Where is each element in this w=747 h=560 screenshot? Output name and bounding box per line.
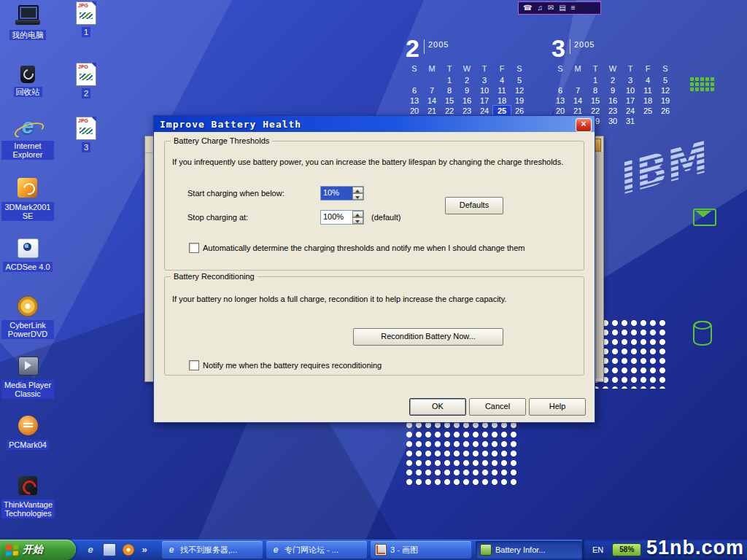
cancel-button[interactable]: Cancel [469,398,526,416]
calendar-day: 5 [657,75,674,85]
calendar-title: 2 2005 [406,36,528,61]
stop-charging-label: Stop charging at: [187,213,248,222]
start-button[interactable]: 开始 [0,540,76,560]
desktop-icon-jpg-3[interactable]: JPG 3 [60,117,112,153]
calendar-day: 8 [441,85,458,96]
powerdvd-icon [15,295,40,318]
calendar-day: 19 [657,96,674,106]
calendar-day: 2 [604,75,622,85]
ie-quicklaunch-icon[interactable]: e [85,544,96,556]
desktop-icon-3dmark2001[interactable]: 3DMark2001 SE [1,176,54,222]
calendar-day: 9 [604,85,622,96]
dot-pattern [406,421,520,487]
desktop-icon-acdsee[interactable]: ACDSee 4.0 [1,236,54,273]
phone-icon[interactable]: ☎ [523,3,532,13]
taskbar-item-forum[interactable]: e 专门网论坛 - ... [266,541,367,559]
thresholds-description: If you infrequently use battery power, y… [172,158,572,166]
icon-label: 2 [82,88,90,98]
calendar-day: 10 [476,85,493,96]
close-button[interactable]: × [576,118,592,132]
spin-up-icon[interactable] [352,211,363,217]
list-icon[interactable]: ≡ [571,3,576,13]
dialog-titlebar[interactable]: Improve Battery Health × [154,116,595,132]
icon-label: CyberLink PowerDVD [1,320,54,339]
calendar-month-number: 2 [406,36,419,60]
calendar-day: 26 [657,106,674,116]
taskbar-item-server-not-found[interactable]: e 找不到服务器,... [162,541,263,559]
calendar-day: 7 [569,85,587,96]
desktop-icon-internet-explorer[interactable]: e Internet Explorer [1,115,54,160]
spin-down-icon[interactable] [352,193,363,200]
calendar-day: 18 [639,96,657,106]
music-icon[interactable]: ♫ [537,3,543,13]
calendar-empty-cell [551,75,569,85]
media-quicklaunch-icon[interactable] [123,544,134,556]
calendar-day-header: S [551,64,569,75]
chevron-icon[interactable]: » [141,544,148,556]
start-threshold-spinner[interactable]: 10% [320,186,364,201]
calendar-day: 30 [604,116,622,126]
calendar-day: 2 [458,75,476,85]
thinkvantage-icon [15,474,40,497]
calendar-year: 2005 [428,40,449,49]
calendar-day-header: F [639,64,657,75]
desktop-icon-jpg-1[interactable]: JPG 1 [60,1,112,38]
jpg-file-icon: JPG [76,117,96,140]
calendar-day-headers: SMTWTFS [551,64,674,75]
3dmark-icon [15,176,40,200]
desktop-icon-pcmark04[interactable]: PCMark04 [1,414,54,451]
desktop-icon-powerdvd[interactable]: CyberLink PowerDVD [1,295,54,340]
spin-down-icon[interactable] [352,217,363,224]
desktop-icon-thinkvantage[interactable]: ThinkVantage Technologies [1,474,54,519]
mail-icon[interactable]: ✉ [548,3,554,13]
calendar-day: 23 [458,106,476,116]
windows-logo-icon [6,544,19,556]
calendar-day-header: M [569,64,587,75]
language-indicator[interactable]: EN [592,545,603,554]
defaults-button[interactable]: Defaults [445,197,503,214]
calendar-day: 10 [622,85,639,96]
taskbar-item-battery-information[interactable]: Battery Infor... [476,541,582,559]
calendar-day: 14 [423,96,441,106]
calendar-day: 12 [511,85,528,96]
auto-determine-checkbox[interactable] [189,243,199,253]
default-suffix-label: (default) [371,213,400,222]
spin-up-icon[interactable] [352,187,363,193]
calendar-day-header: S [657,64,674,75]
calendar-day: 1 [441,75,458,85]
database-cylinder-icon [693,321,712,346]
calendar-day: 6 [406,85,423,96]
help-button[interactable]: Help [529,398,586,416]
notify-reconditioning-checkbox[interactable] [189,360,199,370]
ok-button[interactable]: OK [409,398,466,416]
reconditioning-description: If your battery no longer holds a full c… [172,295,572,303]
notify-reconditioning-checkbox-label: Notify me when the battery requires reco… [203,361,575,370]
desktop-icon-jpg-2[interactable]: JPG 2 [60,63,112,99]
grid-icon[interactable]: ▤ [559,3,565,13]
desktop-icon-recycle-bin[interactable]: 回收站 [1,61,54,98]
envelope-icon [693,209,716,226]
taskbar-item-paint[interactable]: 3 - 画图 [371,541,471,559]
calendar-day: 4 [639,75,657,85]
media-player-classic-icon [15,354,40,378]
icon-label: Internet Explorer [1,141,54,160]
desktop-icon-my-computer[interactable]: 我的电脑 [1,4,54,41]
start-charging-label: Start charging when below: [187,189,285,198]
stop-threshold-value[interactable]: 100% [321,211,352,224]
battery-indicator[interactable]: 58% [612,543,641,556]
desktop-icon-media-player-classic[interactable]: Media Player Classic [1,354,54,400]
stop-threshold-spinner[interactable]: 100% [320,210,364,225]
icon-label: PCMark04 [7,440,49,450]
calendar-day-header: T [476,64,493,75]
calendar-day: 14 [569,96,587,106]
show-desktop-icon[interactable] [103,543,116,556]
calendar-day: 4 [493,75,511,85]
start-threshold-value[interactable]: 10% [321,187,352,200]
jpg-file-icon: JPG [76,63,96,86]
recondition-battery-button[interactable]: Recondition Battery Now... [353,328,503,346]
system-widget-bar: ☎ ♫ ✉ ▤ ≡ [518,1,601,15]
background-window-scrollbar[interactable] [596,154,603,378]
calendar-day: 5 [511,75,528,85]
quick-launch-bar: e » [80,540,152,560]
calendar-day: 24 [622,106,639,116]
